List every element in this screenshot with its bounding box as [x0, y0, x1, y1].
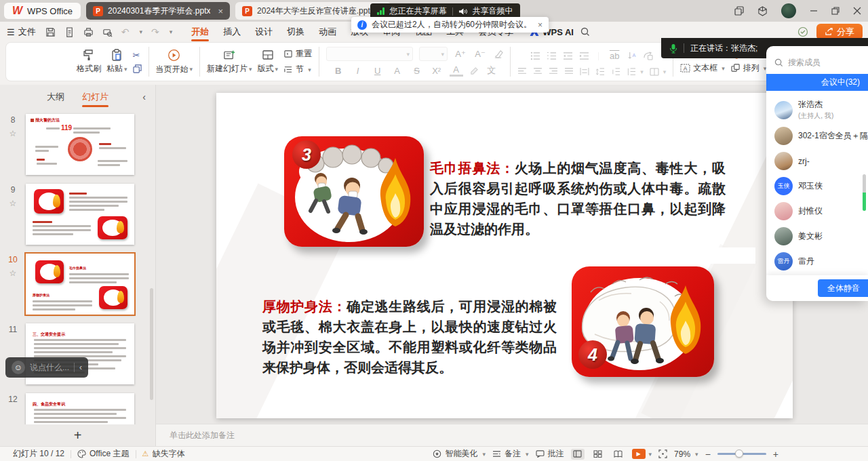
minimize-button[interactable]	[810, 7, 818, 15]
save-icon[interactable]	[45, 27, 56, 37]
justify-icon[interactable]	[564, 68, 574, 75]
slideshow-play-button[interactable]: ▶	[632, 449, 646, 459]
tab-slides[interactable]: 幻灯片	[82, 85, 108, 108]
tab-design[interactable]: 设计	[254, 22, 274, 42]
zoom-level[interactable]: 79%▾	[674, 449, 698, 459]
tab-outline[interactable]: 大纲	[47, 91, 64, 103]
tab-home[interactable]: 开始	[190, 22, 210, 42]
favorite-star-icon[interactable]: ☆	[9, 129, 17, 138]
chat-quick-input[interactable]: ☺ 说点什么... ‹	[5, 357, 88, 378]
line-height-icon[interactable]	[627, 68, 636, 76]
reading-view-button[interactable]	[612, 449, 625, 460]
close-button[interactable]	[853, 7, 861, 15]
italic-icon[interactable]: I	[351, 66, 365, 76]
superscript-icon[interactable]: X²	[430, 66, 443, 76]
zoom-out-button[interactable]: −	[705, 449, 711, 460]
print-icon[interactable]	[83, 27, 94, 37]
pinyin-guide-icon[interactable]: 文	[485, 64, 498, 77]
favorite-star-icon[interactable]: ☆	[9, 199, 17, 208]
zoom-slider[interactable]	[717, 453, 766, 455]
decrease-font-icon[interactable]: A⁻	[473, 49, 487, 59]
paste-chevron-icon[interactable]: ▾	[124, 66, 127, 73]
toolbar-more-chevron-icon[interactable]: ▾	[170, 28, 173, 35]
copy-icon[interactable]	[133, 64, 142, 73]
illustration-card-3[interactable]: 3	[284, 136, 424, 247]
user-avatar[interactable]	[781, 3, 796, 18]
paste-button[interactable]: 粘贴▾	[106, 49, 127, 75]
arrange-button[interactable]: 排列▾	[731, 62, 767, 74]
tab-insert[interactable]: 插入	[222, 22, 242, 42]
zoom-slider-handle[interactable]	[735, 449, 743, 458]
rotate-text-icon[interactable]: A	[627, 52, 637, 60]
member-row[interactable]: 姜文彬	[766, 224, 868, 249]
print-preview-icon[interactable]	[102, 27, 113, 37]
missing-font-warning[interactable]: ⚠ 缺失字体	[136, 448, 191, 460]
play-options-chevron-icon[interactable]: ▾	[649, 451, 652, 458]
collapse-chat-icon[interactable]: ‹	[79, 363, 82, 372]
slide-thumb-10-selected[interactable]: 10☆ 毛巾捂鼻法 厚物护身法	[0, 254, 155, 315]
components-icon[interactable]	[734, 6, 744, 16]
layout-button[interactable]: 版式▾	[258, 49, 279, 75]
wps-home-button[interactable]: W WPS Office	[4, 3, 81, 19]
underline-icon[interactable]: U	[371, 66, 384, 76]
workspace-cube-icon[interactable]	[757, 6, 768, 16]
member-row[interactable]: zrj-	[766, 148, 868, 174]
bold-icon[interactable]: B	[332, 66, 345, 76]
redo-icon[interactable]: ↷	[151, 26, 159, 37]
line-spacing-down-icon[interactable]	[611, 68, 620, 76]
notes-input[interactable]: 单击此处添加备注	[156, 424, 868, 446]
favorite-star-icon[interactable]: ☆	[9, 268, 17, 278]
cut-icon[interactable]: ✂	[133, 50, 140, 60]
smart-beautify-button[interactable]: 智能美化▾	[433, 448, 486, 460]
undo-chevron-icon[interactable]: ▾	[139, 28, 142, 35]
slide-thumb-12[interactable]: 12 四、食品安全常识	[0, 393, 155, 424]
mute-all-button[interactable]: 全体静音	[818, 279, 868, 297]
in-meeting-tab[interactable]: 会议中(32)	[766, 74, 868, 91]
slide-text-block[interactable]: 厚物护身法：确定逃生路线后，可用浸湿的棉被或毛毯、棉大衣盖在身上，以最快的速度钻…	[262, 296, 557, 378]
font-name-select[interactable]: ▾	[326, 47, 413, 61]
numbered-list-icon[interactable]	[547, 52, 557, 60]
tab-transition[interactable]: 切换	[285, 22, 306, 42]
play-chevron-icon[interactable]: ▾	[190, 66, 193, 73]
font-color-icon[interactable]: A	[450, 64, 463, 77]
document-tab-active[interactable]: P 20240301春季开学班会.pptx ×	[86, 2, 230, 20]
member-row[interactable]: 张浩杰(主持人, 我)	[766, 96, 868, 123]
line-spacing-up-icon[interactable]	[595, 68, 605, 76]
textbox-button[interactable]: A文本框▾	[680, 62, 725, 74]
text-direction-icon[interactable]: ab	[608, 51, 621, 61]
illustration-card-4[interactable]: 4	[572, 266, 714, 377]
theme-button[interactable]: Office 主题	[71, 448, 135, 460]
highlight-pen-icon[interactable]	[469, 66, 479, 75]
align-left-icon[interactable]	[517, 68, 527, 75]
columns-icon[interactable]	[650, 68, 659, 76]
zoom-in-button[interactable]: +	[773, 449, 778, 460]
collapse-panel-icon[interactable]: ‹	[142, 92, 146, 102]
clear-format-icon[interactable]	[493, 49, 503, 59]
increase-font-icon[interactable]: A⁺	[454, 49, 467, 59]
new-slide-chevron-icon[interactable]: ▾	[249, 66, 252, 73]
file-menu[interactable]: ☰ 文件	[7, 26, 36, 38]
distribute-icon[interactable]	[580, 68, 589, 75]
restore-button[interactable]	[831, 7, 840, 15]
decrease-indent-icon[interactable]	[563, 52, 573, 60]
slide-thumb-8[interactable]: 8☆ 报火警的方法 119	[0, 114, 155, 175]
convert-smartart-icon[interactable]	[643, 52, 653, 60]
format-painter-button[interactable]: 格式刷	[77, 49, 101, 75]
export-pdf-icon[interactable]	[64, 27, 75, 37]
tab-animation[interactable]: 动画	[317, 22, 338, 42]
undo-icon[interactable]: ↶	[121, 26, 130, 37]
emoji-smiley-icon[interactable]: ☺	[12, 361, 25, 374]
character-spacing-icon[interactable]: A	[391, 66, 404, 76]
comment-button[interactable]: 批注	[536, 448, 564, 460]
thumbnail-scrollbar[interactable]	[150, 288, 153, 400]
reset-button[interactable]: 重置	[283, 48, 312, 60]
strikethrough-icon[interactable]: S	[410, 66, 424, 76]
increase-indent-icon[interactable]	[579, 52, 589, 60]
add-slide-button[interactable]: +	[0, 424, 155, 446]
normal-view-button[interactable]	[571, 449, 585, 460]
font-size-select[interactable]: ▾	[419, 47, 448, 61]
member-row[interactable]: 封惟仪	[766, 199, 868, 224]
slide-thumb-9[interactable]: 9☆	[0, 184, 155, 245]
layout-chevron-icon[interactable]: ▾	[275, 66, 279, 73]
close-tab-icon[interactable]: ×	[218, 6, 223, 16]
